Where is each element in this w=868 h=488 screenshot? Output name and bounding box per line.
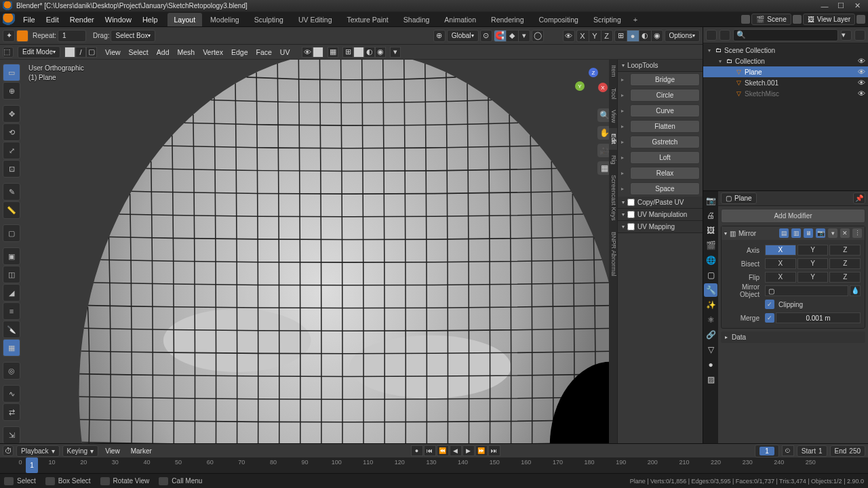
npanel-section-uv-manipulation[interactable]: UV Manipulation: [618, 209, 703, 221]
npanel-looptools-header[interactable]: LoopTools: [618, 60, 703, 72]
tool-bevel[interactable]: ◢: [3, 284, 20, 302]
add-modifier-button[interactable]: Add Modifier: [721, 209, 865, 223]
workspace-tab-layout[interactable]: Layout: [167, 13, 203, 26]
proptab-world[interactable]: 🌐: [704, 253, 717, 267]
tool-icon[interactable]: [16, 30, 28, 42]
preview-range-icon[interactable]: ⏲: [782, 445, 794, 456]
tool-spin[interactable]: ◎: [3, 362, 20, 380]
bisect-y-toggle[interactable]: Y: [797, 258, 829, 269]
workspace-tab-animation[interactable]: Animation: [437, 13, 483, 26]
npanel-tab-view[interactable]: View: [609, 104, 617, 128]
outliner-item-collection[interactable]: ▾🗀Collection👁: [703, 56, 868, 66]
menu-render[interactable]: Render: [64, 14, 100, 26]
tool-scale[interactable]: ⤢: [3, 142, 20, 159]
vp-menu-select[interactable]: Select: [125, 47, 153, 58]
workspace-tab-modeling[interactable]: Modeling: [203, 13, 246, 26]
scene-new-icon[interactable]: [793, 15, 802, 24]
viewport[interactable]: ▭ ⊕ ✥ ⟲ ⤢ ⊡ ✎ 📏 ▢ ▣ ◫ ◢ ≡ 🔪 ▦ ◎: [0, 60, 703, 443]
menu-file[interactable]: File: [18, 14, 41, 26]
proptab-physics[interactable]: ⚛: [704, 313, 717, 327]
mod-menu-icon[interactable]: ⋮: [852, 228, 862, 238]
viewlayer-new-icon[interactable]: [856, 15, 865, 24]
mod-oncage-icon[interactable]: ▤: [779, 228, 789, 238]
play-icon[interactable]: ▶: [462, 445, 475, 456]
mod-realtime-icon[interactable]: 🖥: [804, 228, 813, 238]
npanel-tab-rig[interactable]: Rig: [609, 150, 617, 170]
edge-select-icon[interactable]: /: [75, 47, 86, 58]
end-frame[interactable]: End 250: [830, 445, 865, 457]
viewlayer-selector[interactable]: 🖼View Layer: [803, 14, 855, 25]
gizmo-toggle-icon[interactable]: ⊡: [313, 47, 323, 58]
bisect-x-toggle[interactable]: X: [765, 258, 796, 269]
menu-edit[interactable]: Edit: [41, 14, 64, 26]
np-expand-flatten[interactable]: ▸: [618, 123, 627, 129]
proptab-data[interactable]: ▽: [704, 343, 717, 357]
snap-icons[interactable]: 🧲◆▾: [494, 30, 530, 42]
tool-edgeslide[interactable]: ⇄: [3, 403, 20, 421]
shade-group-2[interactable]: ⊞●◐◉: [342, 47, 386, 58]
vp-menu-edge[interactable]: Edge: [227, 47, 252, 58]
npanel-section-uv-mapping[interactable]: UV Mapping: [618, 221, 703, 233]
shade-matprev-icon[interactable]: ◐: [639, 30, 651, 42]
shade-render-icon[interactable]: ◉: [651, 30, 663, 42]
looptools-curve[interactable]: Curve: [630, 104, 700, 117]
blender-menu-icon[interactable]: [3, 14, 15, 26]
np-expand-relax[interactable]: ▸: [618, 170, 627, 176]
tool-transform[interactable]: ⊡: [3, 160, 20, 178]
mirror-obj-field[interactable]: ▢: [765, 285, 848, 296]
timeline-view-menu[interactable]: View: [101, 446, 124, 456]
proptab-particles[interactable]: ✨: [704, 298, 717, 312]
timeline-editor-icon[interactable]: ⏱: [3, 445, 14, 456]
np-expand-loft[interactable]: ▸: [618, 155, 627, 161]
face-select-icon[interactable]: ▢: [86, 47, 97, 58]
vp-menu-view[interactable]: View: [101, 47, 125, 58]
merge-value[interactable]: 0.001 m: [776, 312, 861, 323]
looptools-circle[interactable]: Circle: [630, 89, 700, 102]
looptools-loft[interactable]: Loft: [630, 151, 700, 164]
pivot-icon[interactable]: ⊙: [480, 30, 492, 42]
proptab-output[interactable]: 🖨: [704, 209, 717, 222]
np-expand-gstretch[interactable]: ▸: [618, 139, 627, 145]
npanel-section-copy-paste-uv[interactable]: Copy/Paste UV: [618, 197, 703, 209]
np-expand-space[interactable]: ▸: [618, 186, 627, 192]
mode-select[interactable]: Edit Mode ▾: [18, 46, 60, 58]
vp-menu-vertex[interactable]: Vertex: [199, 47, 227, 58]
npanel-tab-edit[interactable]: Edit: [609, 128, 617, 150]
mod-extra-icon[interactable]: ▾: [828, 228, 837, 238]
shade-solid-icon[interactable]: ●: [627, 30, 639, 42]
vp-menu-mesh[interactable]: Mesh: [173, 47, 199, 58]
proptab-constraints[interactable]: 🔗: [704, 328, 717, 342]
tool-knife[interactable]: 🔪: [3, 321, 20, 338]
mesh-select-mode[interactable]: ▫ / ▢: [64, 47, 97, 58]
orientation-select[interactable]: Global ▾: [447, 30, 479, 42]
current-frame[interactable]: 1: [755, 445, 779, 458]
timeline-ruler[interactable]: 1 01020304050607080901001101201301401501…: [0, 458, 868, 473]
proptab-scene[interactable]: 🎬: [704, 239, 717, 252]
timeline-marker-menu[interactable]: Marker: [127, 446, 156, 456]
next-key-icon[interactable]: ⏩: [475, 445, 488, 456]
scene-pin-icon[interactable]: [741, 15, 750, 24]
workspace-tab-shading[interactable]: Shading: [397, 13, 437, 26]
drag-mode[interactable]: Select Box ▾: [111, 30, 155, 42]
merge-checkbox[interactable]: ✓: [765, 313, 774, 323]
proptab-viewlayer[interactable]: 🖼: [704, 224, 717, 237]
clipping-checkbox[interactable]: ✓: [765, 300, 774, 309]
np-expand-circle[interactable]: ▸: [618, 92, 627, 98]
outliner-new-coll-icon[interactable]: [854, 30, 865, 41]
np-expand-bridge[interactable]: ▸: [618, 77, 627, 83]
repeat-count[interactable]: 1: [58, 30, 86, 42]
outliner-editor-icon[interactable]: [706, 30, 717, 41]
looptools-gstretch[interactable]: Gstretch: [630, 136, 700, 148]
tool-rotate[interactable]: ⟲: [3, 123, 20, 141]
timeline-cursor[interactable]: 1: [26, 458, 38, 473]
shading-modes[interactable]: ⊞ ● ◐ ◉: [614, 30, 663, 42]
menu-help[interactable]: Help: [137, 14, 163, 26]
vertex-select-icon[interactable]: ▫: [64, 47, 75, 58]
proptab-modifier[interactable]: 🔧: [704, 283, 717, 297]
outliner-search[interactable]: 🔍: [733, 29, 838, 41]
add-workspace-button[interactable]: +: [628, 14, 643, 25]
axis-z-icon[interactable]: Z: [601, 30, 613, 42]
tool-inset[interactable]: ◫: [3, 266, 20, 283]
outliner-item-sketchmisc[interactable]: ▽SketchMisc👁: [703, 88, 868, 99]
npanel-tab-bnpr-abnormal[interactable]: BNPR Abnormal: [609, 226, 617, 282]
